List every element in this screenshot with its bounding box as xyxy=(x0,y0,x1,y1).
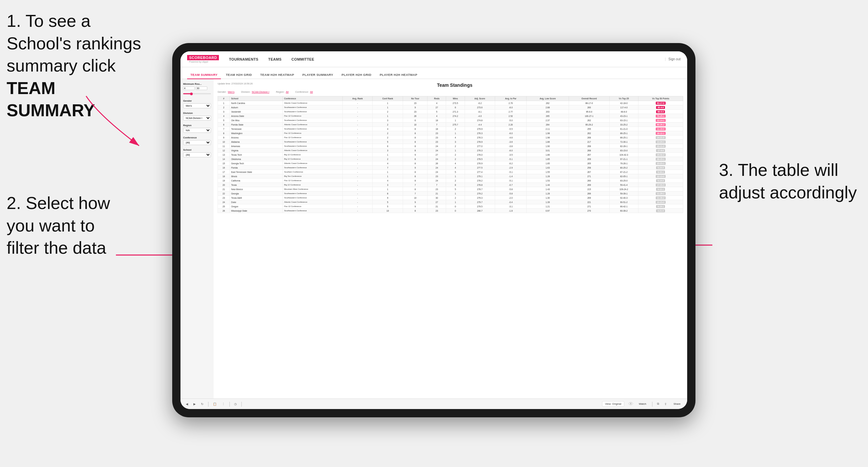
col-conference: Conference xyxy=(283,96,343,101)
bottom-toolbar: ◀ ▶ ↻ | 📋 ⋮ | ◷ | View: Original 👁 Watch… xyxy=(181,399,687,409)
table-row: 12VirginiaAtlantic Coast Conference-3824… xyxy=(218,148,683,153)
sidebar-gender-select[interactable]: Men's xyxy=(183,103,211,108)
nav-tournaments[interactable]: TOURNAMENTS xyxy=(229,56,258,63)
toolbar-share-btn[interactable]: ⇪ xyxy=(663,402,668,406)
toolbar-back-btn[interactable]: ◀ xyxy=(184,402,189,406)
table-row: 13Texas TechBig 12 Conference-19272276.0… xyxy=(218,153,683,157)
subnav: TEAM SUMMARY TEAM H2H GRID TEAM H2H HEAT… xyxy=(181,67,687,79)
col-vs-top50: Vs Top 50 Points xyxy=(638,96,683,101)
sidebar-minimum-rounds-label: Minimum Rou... xyxy=(183,83,211,86)
table-row: 21New MexicoMountain West Conference-182… xyxy=(218,187,683,191)
toolbar-view-original-btn[interactable]: View: Original xyxy=(602,401,624,407)
col-rnds: Rnds xyxy=(428,96,446,101)
table-row: 23Texas A&MSoutheastern Conference-91030… xyxy=(218,196,683,200)
sidebar-conference: Conference (All) xyxy=(183,136,211,145)
col-wins: Wins xyxy=(446,96,465,101)
sidebar-region-select[interactable]: N/A xyxy=(183,128,211,133)
table-row: 7TennesseeSoutheastern Conference-481822… xyxy=(218,127,683,131)
col-no-tour: No Tour xyxy=(403,96,428,101)
sidebar-range-max-input[interactable] xyxy=(196,87,207,90)
col-avg-low: Avg. Low Score xyxy=(527,96,569,101)
tab-team-h2h-heatmap[interactable]: TEAM H2H HEATMAP xyxy=(257,71,298,79)
table-header-row: # School Conference Avg. Rank Conf Rank … xyxy=(218,96,683,101)
filter-conference: Conference: All xyxy=(295,90,313,93)
sidebar-filters: Minimum Rou... xyxy=(181,79,214,399)
tab-player-summary[interactable]: PLAYER SUMMARY xyxy=(299,71,337,79)
toolbar-watch-btn[interactable]: Watch xyxy=(636,401,649,406)
arrow-1 xyxy=(66,89,159,156)
table-row: 20TexasBig 12 Conference-3778278.8-0.71.… xyxy=(218,183,683,187)
filter-region-value[interactable]: All xyxy=(286,90,288,93)
sign-out-button[interactable]: Sign out xyxy=(668,57,681,61)
table-filters-row: Gender: Men's Division: NCAA Division I … xyxy=(218,90,683,93)
tab-team-h2h-grid[interactable]: TEAM H2H GRID xyxy=(222,71,255,79)
table-row: 8WashingtonPac-12 Conference-28231276.3-… xyxy=(218,131,683,135)
sidebar-region-label: Region xyxy=(183,124,211,127)
table-row: 9ArizonaPac-12 Conference-28234276.3-4.6… xyxy=(218,135,683,140)
col-overall-record: Overall Record xyxy=(569,96,610,101)
table-row: 2AuburnSoutheastern Conference-19276273.… xyxy=(218,105,683,110)
sidebar-school-label: School xyxy=(183,148,211,151)
col-conf-rank: Conf Rank xyxy=(373,96,403,101)
table-row: 17East Tennessee StateSouthern Conferenc… xyxy=(218,170,683,174)
table-header-section: Update time: 27/03/2024 16:56:26 Team St… xyxy=(218,83,683,88)
sidebar-gender: Gender Men's xyxy=(183,99,211,108)
nav-items: TOURNAMENTS TEAMS COMMITTEE xyxy=(229,56,665,63)
toolbar-grid-btn[interactable]: ⋮ xyxy=(221,402,226,406)
nav-committee[interactable]: COMMITTEE xyxy=(291,56,314,63)
sidebar-range-display xyxy=(183,87,211,96)
sidebar-range-min-input[interactable] xyxy=(183,87,195,90)
tab-player-h2h-heatmap[interactable]: PLAYER H2H HEATMAP xyxy=(376,71,421,79)
sidebar-gender-label: Gender xyxy=(183,99,211,102)
col-avg-to-par: Avg. to Par xyxy=(495,96,527,101)
table-row: 14OklahomaBig 12 Conference-28242278.5-5… xyxy=(218,157,683,161)
sidebar-conference-select[interactable]: (All) xyxy=(183,140,211,145)
table-row: 24DukeAtlantic Coast Conference-59271279… xyxy=(218,200,683,204)
filter-conference-value[interactable]: All xyxy=(310,90,313,93)
col-school: School xyxy=(230,96,283,101)
table-row: 4Arizona StatePac-12 Conference-1264274.… xyxy=(218,114,683,118)
table-row: 1North CarolinaAtlantic Coast Conference… xyxy=(218,101,683,105)
sidebar-division-select[interactable]: NCAA Division I xyxy=(183,116,211,121)
table-row: 22GeorgiaSoutheastern Conference-8721127… xyxy=(218,191,683,196)
toolbar-forward-btn[interactable]: ▶ xyxy=(192,402,197,406)
toolbar-clock-btn[interactable]: ◷ xyxy=(233,402,238,406)
sidebar-school-select[interactable]: (All) xyxy=(183,152,211,157)
table-row: 15Georgia TechAtlantic Coast Conference-… xyxy=(218,161,683,165)
instruction-step3: 3. The table will adjust accordingly xyxy=(719,159,858,204)
tab-team-summary[interactable]: TEAM SUMMARY xyxy=(187,71,221,79)
toolbar-copy-btn[interactable]: 📋 xyxy=(212,402,218,406)
sidebar-region: Region N/A xyxy=(183,124,211,133)
tablet-screen: SCOREBOARD Powered by clippd TOURNAMENTS… xyxy=(181,51,687,409)
tablet-device: SCOREBOARD Powered by clippd TOURNAMENTS… xyxy=(172,43,695,417)
logo-scoreboard-text: SCOREBOARD xyxy=(187,55,219,60)
table-row: 10AlabamaSoutheastern Conference-5823327… xyxy=(218,140,683,144)
toolbar-refresh-btn[interactable]: ↻ xyxy=(200,402,205,406)
col-adj-score: Adj. Score xyxy=(465,96,495,101)
main-content: Minimum Rou... xyxy=(181,79,687,399)
standings-table: # School Conference Avg. Rank Conf Rank … xyxy=(218,96,683,213)
table-row: 19CaliforniaPac-12 Conference-48242278.2… xyxy=(218,179,683,183)
tab-player-h2h-grid[interactable]: PLAYER H2H GRID xyxy=(338,71,375,79)
col-vs-top25: Vs Top 25 xyxy=(609,96,638,101)
nav-teams[interactable]: TEAMS xyxy=(268,56,281,63)
toolbar-expand-btn[interactable]: ⧉ xyxy=(656,401,660,406)
sidebar-conference-label: Conference xyxy=(183,136,211,139)
table-title: Team Standings xyxy=(253,83,657,88)
sidebar-division-label: Division xyxy=(183,112,211,115)
table-row: 26Mississippi StateSoutheastern Conferen… xyxy=(218,209,683,213)
table-row: 6Florida StateAtlantic Coast Conference-… xyxy=(218,123,683,127)
filter-division: Division: NCAA Division I xyxy=(241,90,269,93)
sidebar-school: School (All) xyxy=(183,148,211,157)
filter-gender-value[interactable]: Men's xyxy=(228,90,235,93)
table-area: Update time: 27/03/2024 16:56:26 Team St… xyxy=(214,79,687,399)
filter-division-value[interactable]: NCAA Division I xyxy=(252,90,269,93)
table-row: 25OregonPac-12 Conference-59210279.5-3.1… xyxy=(218,204,683,209)
col-rank: # xyxy=(218,96,230,101)
table-row: 11ArkansasSoutheastern Conference-682422… xyxy=(218,144,683,148)
table-row: 16FloridaSoutheastern Conference-7924427… xyxy=(218,165,683,170)
filter-gender: Gender: Men's xyxy=(218,90,235,93)
logo-powered-text: Powered by clippd xyxy=(187,60,219,63)
toolbar-share-label[interactable]: Share xyxy=(671,401,683,406)
logo: SCOREBOARD Powered by clippd xyxy=(187,55,219,63)
